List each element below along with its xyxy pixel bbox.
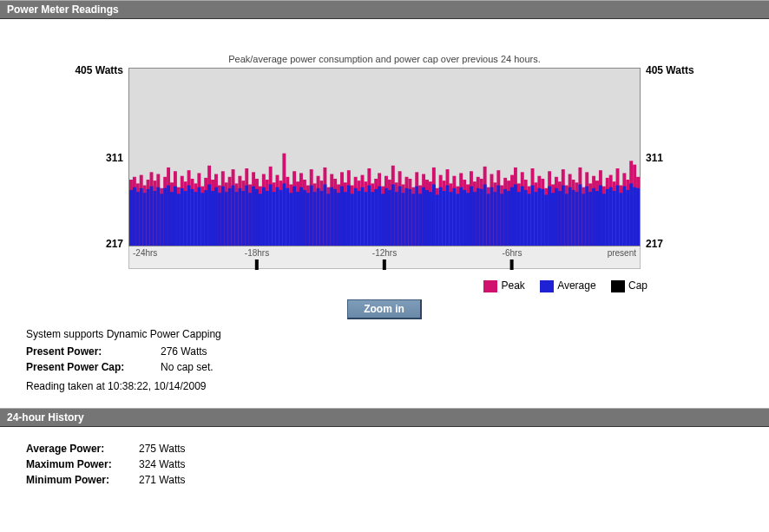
zoom-in-button[interactable]: Zoom in bbox=[347, 299, 422, 319]
svg-rect-286 bbox=[592, 188, 595, 246]
y-axis-left: 405 Watts 311 217 bbox=[59, 68, 128, 269]
svg-rect-262 bbox=[510, 187, 514, 246]
svg-rect-211 bbox=[337, 193, 340, 246]
svg-rect-225 bbox=[384, 188, 388, 246]
present-cap-value: No cap set. bbox=[161, 361, 214, 373]
x-tick-label: -12hrs bbox=[372, 248, 397, 258]
svg-rect-241 bbox=[439, 187, 443, 246]
svg-rect-154 bbox=[143, 193, 147, 246]
chart-legend: Peak Average Cap bbox=[26, 279, 743, 292]
svg-rect-196 bbox=[286, 188, 289, 246]
svg-rect-277 bbox=[562, 186, 565, 246]
svg-rect-290 bbox=[606, 189, 609, 246]
svg-rect-285 bbox=[588, 192, 592, 246]
chart-block: Peak/average power consumption and power… bbox=[26, 54, 743, 319]
section-header-readings: Power Meter Readings bbox=[0, 0, 769, 19]
svg-rect-202 bbox=[306, 193, 310, 246]
svg-rect-173 bbox=[207, 184, 211, 246]
svg-rect-171 bbox=[200, 193, 204, 246]
svg-rect-238 bbox=[429, 192, 432, 246]
svg-rect-252 bbox=[477, 188, 480, 246]
svg-rect-271 bbox=[541, 189, 544, 246]
svg-rect-201 bbox=[303, 190, 306, 246]
svg-rect-190 bbox=[266, 191, 269, 246]
svg-rect-224 bbox=[381, 194, 384, 246]
svg-rect-268 bbox=[531, 186, 535, 246]
svg-rect-260 bbox=[503, 189, 507, 246]
svg-rect-153 bbox=[140, 188, 143, 246]
x-tick-mark bbox=[255, 259, 259, 270]
svg-rect-266 bbox=[524, 190, 528, 246]
peak-swatch bbox=[483, 280, 497, 292]
svg-rect-258 bbox=[496, 186, 500, 246]
svg-rect-222 bbox=[374, 189, 378, 246]
svg-rect-242 bbox=[443, 191, 446, 246]
svg-rect-243 bbox=[446, 186, 450, 246]
svg-rect-240 bbox=[436, 194, 439, 246]
svg-rect-182 bbox=[238, 188, 241, 246]
svg-rect-159 bbox=[160, 194, 163, 246]
svg-rect-245 bbox=[452, 188, 456, 246]
svg-rect-283 bbox=[582, 194, 585, 246]
svg-rect-179 bbox=[228, 188, 232, 246]
svg-rect-296 bbox=[626, 190, 629, 246]
svg-rect-289 bbox=[602, 194, 606, 246]
svg-rect-246 bbox=[456, 194, 459, 246]
svg-rect-185 bbox=[248, 193, 252, 246]
x-tick: -18hrs bbox=[245, 248, 269, 270]
svg-rect-203 bbox=[310, 186, 313, 246]
y-mid-right: 311 bbox=[646, 152, 663, 164]
min-power-value: 271 Watts bbox=[139, 474, 186, 486]
x-tick-label: -6hrs bbox=[503, 248, 523, 258]
svg-rect-210 bbox=[333, 189, 337, 246]
svg-rect-257 bbox=[493, 192, 496, 246]
svg-rect-194 bbox=[279, 190, 282, 246]
svg-rect-163 bbox=[174, 187, 177, 246]
chart-svg bbox=[129, 69, 640, 246]
reading-timestamp: Reading taken at 10:38:22, 10/14/2009 bbox=[26, 380, 743, 392]
average-swatch bbox=[540, 280, 554, 292]
svg-rect-157 bbox=[153, 191, 156, 246]
svg-rect-233 bbox=[411, 194, 415, 246]
svg-rect-228 bbox=[395, 192, 398, 246]
svg-rect-226 bbox=[388, 190, 391, 246]
svg-rect-275 bbox=[555, 188, 558, 246]
svg-rect-234 bbox=[415, 187, 418, 246]
section-header-history: 24-hour History bbox=[0, 408, 769, 427]
svg-rect-216 bbox=[354, 188, 358, 246]
svg-rect-232 bbox=[408, 189, 411, 246]
avg-power-row: Average Power: 275 Watts bbox=[26, 443, 743, 455]
svg-rect-166 bbox=[184, 191, 187, 246]
svg-rect-255 bbox=[487, 194, 490, 246]
x-tick-label: -18hrs bbox=[245, 248, 269, 258]
svg-rect-183 bbox=[241, 191, 245, 246]
svg-rect-223 bbox=[378, 187, 381, 246]
y-max-left: 405 Watts bbox=[75, 64, 123, 76]
svg-rect-191 bbox=[269, 184, 273, 246]
x-tick-label: -24hrs bbox=[133, 248, 157, 258]
y-max-right: 405 Watts bbox=[646, 64, 694, 76]
present-power-value: 276 Watts bbox=[161, 345, 207, 358]
svg-rect-292 bbox=[613, 191, 616, 246]
present-readings: Present Power: 276 Watts Present Power C… bbox=[26, 345, 743, 373]
svg-rect-205 bbox=[317, 188, 320, 246]
y-min-left: 217 bbox=[106, 238, 123, 250]
svg-rect-264 bbox=[517, 192, 521, 246]
svg-rect-267 bbox=[528, 194, 531, 246]
legend-cap: Cap bbox=[611, 279, 647, 292]
svg-rect-158 bbox=[156, 187, 160, 246]
svg-rect-161 bbox=[167, 186, 170, 246]
svg-rect-274 bbox=[551, 193, 555, 246]
max-power-label: Maximum Power: bbox=[26, 458, 139, 470]
y-min-right: 217 bbox=[646, 238, 663, 250]
svg-rect-214 bbox=[347, 186, 351, 246]
svg-rect-170 bbox=[197, 187, 200, 246]
svg-rect-295 bbox=[622, 187, 626, 246]
svg-rect-177 bbox=[221, 187, 225, 246]
svg-rect-218 bbox=[361, 187, 365, 246]
svg-rect-184 bbox=[245, 186, 248, 246]
x-tick-mark bbox=[383, 259, 386, 270]
section-title: Power Meter Readings bbox=[7, 3, 119, 16]
svg-rect-220 bbox=[367, 186, 371, 246]
svg-rect-181 bbox=[235, 192, 239, 246]
